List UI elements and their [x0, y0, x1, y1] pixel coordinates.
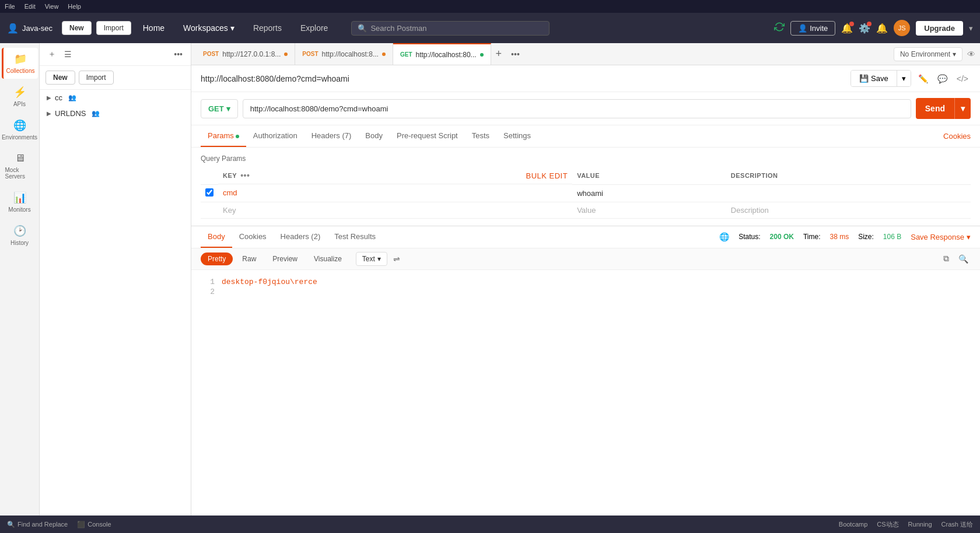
sidebar-item-mock-servers[interactable]: 🖥 Mock Servers	[2, 148, 38, 184]
collection-item-urldns[interactable]: ▶ URLDNS 👥	[40, 106, 191, 121]
collection-name-cc: cc	[55, 93, 62, 102]
method-selector[interactable]: GET ▾	[201, 99, 238, 118]
menu-edit[interactable]: Edit	[24, 3, 36, 10]
param-key-cmd[interactable]: cmd	[218, 184, 572, 202]
req-tab-params[interactable]: Params	[201, 125, 246, 147]
search-icon: 🔍	[358, 24, 367, 33]
req-tab-body[interactable]: Body	[358, 125, 390, 147]
resp-tab-cookies[interactable]: Cookies	[232, 226, 274, 248]
cs-item[interactable]: CS动态	[877, 520, 898, 529]
sidebar-item-history[interactable]: 🕑 History	[2, 220, 38, 251]
running-item[interactable]: Running	[908, 520, 932, 529]
param-desc-empty[interactable]: Description	[726, 202, 971, 218]
req-tab-pre-request[interactable]: Pre-request Script	[390, 125, 465, 147]
search-response-button[interactable]: 🔍	[956, 253, 971, 265]
menu-file[interactable]: File	[5, 3, 15, 10]
nav-reports[interactable]: Reports	[246, 20, 289, 36]
edit-icon-button[interactable]: ✏️	[916, 72, 930, 86]
cookies-link[interactable]: Cookies	[943, 132, 971, 141]
param-checkbox-cmd[interactable]	[205, 188, 214, 197]
param-value-empty[interactable]: Value	[572, 202, 726, 218]
sidebar-item-apis[interactable]: ⚡ APIs	[2, 81, 38, 112]
collections-import-button[interactable]: Import	[79, 71, 114, 85]
invite-button[interactable]: 👤 Invite	[790, 21, 835, 36]
resp-tab-body[interactable]: Body	[201, 226, 232, 248]
crash-item[interactable]: Crash 送给	[942, 520, 973, 529]
collections-new-button[interactable]: New	[46, 71, 75, 85]
format-visualize-button[interactable]: Visualize	[307, 253, 349, 265]
save-response-button[interactable]: Save Response ▾	[911, 233, 971, 241]
tab-get-active[interactable]: GET http://localhost:80...	[393, 43, 491, 65]
req-tab-authorization[interactable]: Authorization	[246, 125, 304, 147]
workspace-name[interactable]: Java-sec	[22, 24, 52, 33]
param-key-empty[interactable]: Key	[218, 202, 572, 218]
sidebar-item-monitors[interactable]: 📊 Monitors	[2, 187, 38, 218]
search-bar[interactable]: 🔍 Search Postman	[351, 21, 550, 36]
new-button[interactable]: New	[62, 21, 92, 35]
params-more-icon[interactable]: •••	[240, 171, 250, 180]
resp-right-icons: ⧉ 🔍	[941, 253, 971, 265]
format-pretty-button[interactable]: Pretty	[201, 253, 233, 265]
filter-button[interactable]: ☰	[62, 48, 74, 60]
save-response-chevron: ▾	[967, 233, 971, 241]
settings-icon[interactable]: ⚙️	[859, 23, 870, 34]
save-dropdown-button[interactable]: ▾	[897, 71, 911, 86]
find-replace-button[interactable]: 🔍 Find and Replace	[7, 521, 68, 528]
param-desc-cmd[interactable]	[726, 184, 971, 202]
add-tab-button[interactable]: +	[491, 48, 507, 60]
sidebar-monitors-label: Monitors	[8, 206, 30, 213]
wrap-button[interactable]: ⇌	[390, 253, 404, 265]
req-tab-headers[interactable]: Headers (7)	[304, 125, 359, 147]
save-button[interactable]: 💾 Save	[851, 71, 897, 86]
bulk-edit-btn[interactable]: Bulk Edit	[526, 171, 568, 180]
param-value-cmd[interactable]: whoami	[572, 184, 726, 202]
nav-workspaces[interactable]: Workspaces ▾	[176, 20, 242, 36]
sidebar-item-collections[interactable]: 📁 Collections	[2, 48, 38, 79]
import-button[interactable]: Import	[96, 21, 131, 35]
more-tabs-button[interactable]: •••	[506, 50, 524, 59]
sync-icon[interactable]	[774, 22, 785, 34]
avatar[interactable]: JS	[894, 20, 910, 36]
format-raw-button[interactable]: Raw	[235, 253, 263, 265]
upgrade-dropdown[interactable]: ▾	[969, 24, 973, 33]
send-dropdown[interactable]: ▾	[954, 98, 971, 119]
req-tab-settings[interactable]: Settings	[496, 125, 538, 147]
comment-icon-button[interactable]: 💬	[935, 72, 950, 86]
globe-icon[interactable]: 🌐	[719, 232, 729, 241]
bell-icon[interactable]: 🔔	[876, 23, 888, 34]
resp-tab-test-results[interactable]: Test Results	[327, 226, 383, 248]
send-button[interactable]: Send ▾	[916, 98, 971, 119]
collection-item-cc[interactable]: ▶ cc 👥	[40, 90, 191, 106]
tab-method-post-2: POST	[302, 51, 318, 57]
copy-response-button[interactable]: ⧉	[941, 253, 951, 265]
menu-view[interactable]: View	[45, 3, 59, 10]
more-options-button[interactable]: •••	[172, 48, 185, 60]
request-tabs: Params Authorization Headers (7) Body Pr…	[191, 125, 980, 148]
menu-help[interactable]: Help	[68, 3, 81, 10]
resp-tab-headers[interactable]: Headers (2)	[274, 226, 328, 248]
find-replace-label: Find and Replace	[18, 521, 68, 528]
console-icon: ⬛	[77, 521, 85, 528]
format-preview-button[interactable]: Preview	[265, 253, 304, 265]
req-tab-tests[interactable]: Tests	[465, 125, 496, 147]
environments-icon: 🌐	[13, 119, 26, 132]
notifications-icon[interactable]: 🔔	[841, 23, 853, 34]
url-input[interactable]	[243, 99, 911, 118]
env-selector[interactable]: No Environment ▾	[894, 47, 963, 61]
nav-explore[interactable]: Explore	[293, 20, 335, 36]
search-placeholder: Search Postman	[370, 24, 426, 33]
nav-home[interactable]: Home	[136, 20, 172, 36]
code-icon-button[interactable]: </>	[954, 72, 971, 86]
console-button[interactable]: ⬛ Console	[77, 521, 111, 528]
tab-dot-1	[284, 52, 288, 56]
env-chevron-icon: ▾	[953, 50, 956, 58]
tab-post-1[interactable]: POST http://127.0.0.1:8...	[196, 43, 295, 65]
status-label: Status:	[738, 233, 760, 241]
new-collection-button[interactable]: ＋	[46, 48, 58, 61]
bootcamp-item[interactable]: Bootcamp	[839, 520, 868, 529]
upgrade-button[interactable]: Upgrade	[916, 21, 963, 36]
sidebar-item-environments[interactable]: 🌐 Environments	[2, 114, 38, 145]
text-format-selector[interactable]: Text ▾	[356, 252, 387, 266]
tab-post-2[interactable]: POST http://localhost:8...	[295, 43, 393, 65]
env-eye-icon[interactable]: 👁	[967, 50, 975, 59]
